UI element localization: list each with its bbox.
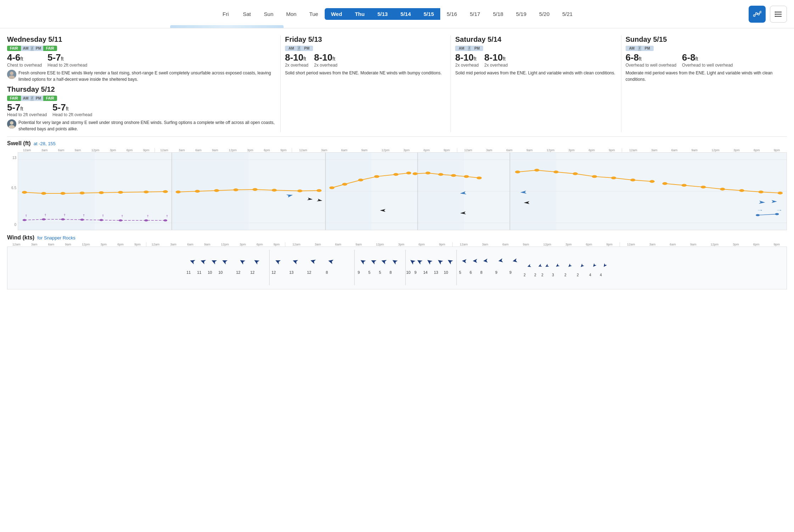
sun-pm-height: 6-8ft Overhead to well overhead <box>682 52 733 68</box>
svg-text:2: 2 <box>541 273 543 277</box>
svg-text:↑: ↑ <box>82 213 86 217</box>
nav-day-514[interactable]: 5/14 <box>394 8 417 20</box>
svg-text:➤: ➤ <box>220 257 229 266</box>
nav-day-mon[interactable]: Mon <box>280 8 303 20</box>
svg-text:➤: ➤ <box>415 257 424 267</box>
svg-point-40 <box>195 190 200 193</box>
svg-point-67 <box>553 171 558 174</box>
wed-avatar <box>7 70 16 79</box>
sun-am-desc: Overhead to well overhead <box>626 63 676 68</box>
svg-text:8: 8 <box>326 270 328 275</box>
svg-text:➤: ➤ <box>757 199 766 205</box>
wed-pm-label: PM <box>34 46 43 51</box>
wed-pm-fair-badge: FAIR <box>43 46 57 51</box>
fri-time-row: 12am3am6am9am12pm3pm6pm9pm <box>292 148 457 152</box>
svg-rect-28 <box>325 153 371 230</box>
svg-text:10: 10 <box>444 270 448 275</box>
svg-point-38 <box>163 190 168 193</box>
svg-text:9: 9 <box>495 270 497 275</box>
swell-section: Swell (ft) at -28, 155 12am3am6am9am12pm… <box>7 140 787 230</box>
svg-text:13: 13 <box>434 270 438 275</box>
svg-point-69 <box>592 175 597 178</box>
svg-text:3: 3 <box>552 273 554 277</box>
svg-text:5: 5 <box>368 270 370 275</box>
svg-text:↑: ↑ <box>44 213 47 217</box>
svg-text:➤: ➤ <box>435 257 444 267</box>
sat-pm-label: PM <box>471 46 483 51</box>
svg-rect-30 <box>510 153 556 230</box>
wind-arrows-svg: ➤ 11 ➤ 11 ➤ 10 ➤ 10 ➤ 12 ➤ 12 ➤ <box>9 250 785 285</box>
nav-day-519[interactable]: 5/19 <box>510 8 533 20</box>
svg-point-11 <box>775 13 776 15</box>
svg-text:➤: ➤ <box>390 257 399 267</box>
sat-am-desc: 2x overhead <box>455 63 479 68</box>
list-view-button[interactable] <box>770 6 787 23</box>
svg-point-75 <box>662 182 667 185</box>
thu-avatar <box>7 119 16 129</box>
svg-text:➤: ➤ <box>537 263 543 270</box>
sun-pm-label: PM <box>641 46 654 51</box>
thu-pm-fair-badge: FAIR <box>43 96 57 101</box>
wed-rating-row: FAIR AM / PM FAIR 4-6ft Chest to overhea… <box>7 46 276 68</box>
svg-text:→: → <box>776 208 783 212</box>
svg-text:4: 4 <box>589 273 591 277</box>
svg-point-32 <box>41 192 46 195</box>
nav-day-fri[interactable]: Fri <box>215 8 236 20</box>
nav-day-thu[interactable]: Thu <box>348 8 371 20</box>
svg-text:9: 9 <box>414 270 416 275</box>
svg-point-85 <box>42 218 46 220</box>
svg-text:➤: ➤ <box>483 257 489 265</box>
nav-day-513[interactable]: 5/13 <box>371 8 394 20</box>
sat-am-height: 8-10ft 2x overhead <box>455 52 479 68</box>
nav-day-517[interactable]: 5/17 <box>463 8 486 20</box>
fri-pm-desc: 2x overhead <box>314 63 337 68</box>
svg-text:➤: ➤ <box>578 262 586 270</box>
thu-pm-desc: Head to 2ft overhead <box>52 112 92 117</box>
nav-day-sun[interactable]: Sun <box>258 8 280 20</box>
svg-point-72 <box>649 180 654 183</box>
sun-badge-row: AM / PM <box>626 46 787 51</box>
sun-wind-times: 12am3am6am9am12pm3pm6pm9pm <box>620 242 787 247</box>
nav-day-tue[interactable]: Tue <box>303 8 324 20</box>
svg-text:12: 12 <box>250 270 255 275</box>
svg-point-58 <box>438 173 443 176</box>
svg-text:➤: ➤ <box>566 262 573 270</box>
thu-badge-row: FAIR AM / PM FAIR <box>7 96 276 101</box>
svg-line-5 <box>757 13 758 14</box>
list-icon <box>775 11 782 18</box>
wed-pm-desc: Head to 2ft overhead <box>47 63 87 68</box>
svg-text:➤: ➤ <box>369 257 378 266</box>
svg-point-81 <box>778 192 783 194</box>
svg-text:➤: ➤ <box>591 262 598 269</box>
swell-chart-area: 13 6.5 0 <box>7 152 787 230</box>
svg-point-46 <box>317 189 321 192</box>
nav-day-518[interactable]: 5/18 <box>487 8 510 20</box>
nav-day-516[interactable]: 5/16 <box>440 8 463 20</box>
wed-am-badge-row: FAIR AM / PM FAIR <box>7 46 276 51</box>
nav-day-sat[interactable]: Sat <box>236 8 258 20</box>
svg-point-37 <box>144 191 149 193</box>
swell-time-labels: 12am3am6am9am12pm3pm6pm9pm 12am3am6am9am… <box>7 148 787 152</box>
svg-text:13: 13 <box>289 270 293 275</box>
fri-forecast-text: Solid short period waves from the ENE. M… <box>285 70 446 76</box>
thu-am-label: AM <box>21 96 31 101</box>
nav-day-520[interactable]: 5/20 <box>533 8 556 20</box>
nav-day-wed[interactable]: Wed <box>325 8 348 20</box>
svg-text:➤: ➤ <box>445 257 454 267</box>
wind-title: Wind (kts) <box>7 234 34 241</box>
wed-am-col: FAIR AM / PM FAIR 4-6ft Chest to overhea… <box>7 46 276 68</box>
nav-day-515[interactable]: 5/15 <box>417 8 440 20</box>
svg-text:➤: ➤ <box>497 257 504 265</box>
svg-point-84 <box>23 219 27 221</box>
svg-text:5: 5 <box>459 270 461 275</box>
nav-day-521[interactable]: 5/21 <box>556 8 579 20</box>
thu-time-row: 12am3am6am9am12pm3pm6pm9pm <box>155 148 292 152</box>
fri-title: Friday 5/13 <box>285 35 446 44</box>
fri-am-label: AM <box>285 46 298 51</box>
svg-text:2: 2 <box>534 273 536 277</box>
wind-header: Wind (kts) for Snapper Rocks <box>7 234 787 241</box>
svg-point-76 <box>682 184 687 187</box>
graph-icon <box>753 11 761 18</box>
svg-text:➤: ➤ <box>209 257 218 266</box>
graph-view-button[interactable] <box>749 6 766 23</box>
